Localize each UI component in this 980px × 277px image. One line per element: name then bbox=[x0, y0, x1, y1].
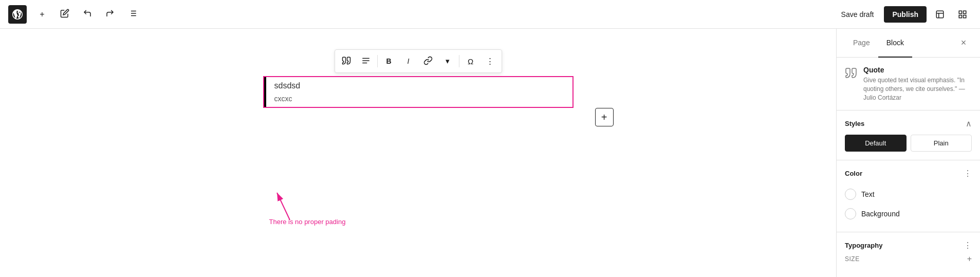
list-icon bbox=[128, 9, 137, 20]
svg-rect-6 bbox=[936, 11, 944, 18]
color-section-header: Color ⋮ bbox=[845, 169, 972, 178]
undo-btn[interactable] bbox=[78, 5, 97, 24]
align-icon bbox=[361, 56, 371, 67]
link-dropdown-btn[interactable]: ▾ bbox=[438, 52, 457, 70]
style-plain-btn[interactable]: Plain bbox=[911, 135, 972, 152]
text-color-option[interactable]: Text bbox=[845, 184, 972, 204]
omega-icon: Ω bbox=[468, 57, 473, 66]
sidebar-close-button[interactable]: × bbox=[955, 35, 972, 51]
align-btn[interactable] bbox=[357, 52, 375, 70]
svg-rect-9 bbox=[964, 15, 966, 17]
right-sidebar: Page Block × Quote Give quoted text visu… bbox=[836, 29, 980, 277]
annotation: There is no proper pading bbox=[274, 190, 316, 223]
settings-button[interactable] bbox=[953, 5, 972, 24]
more-options-btn[interactable]: ⋮ bbox=[481, 52, 500, 70]
typography-more-icon: ⋮ bbox=[964, 241, 972, 250]
styles-section-header: Styles ∧ bbox=[845, 119, 972, 128]
color-section-title: Color bbox=[845, 170, 862, 177]
background-color-circle bbox=[845, 208, 856, 219]
block-type-icon bbox=[845, 67, 857, 82]
pencil-icon bbox=[60, 9, 69, 20]
text-color-label: Text bbox=[861, 190, 875, 198]
link-icon bbox=[423, 56, 433, 67]
style-buttons: Default Plain bbox=[845, 135, 972, 152]
quote-block-container: sdsdsd cxcxc + There is no proper pading bbox=[264, 77, 572, 111]
size-toggle-btn[interactable]: + bbox=[967, 254, 972, 264]
color-more-icon: ⋮ bbox=[964, 169, 972, 178]
special-char-btn[interactable]: Ω bbox=[461, 52, 480, 70]
top-bar-right: Save draft Publish bbox=[835, 5, 972, 24]
italic-btn[interactable]: I bbox=[399, 52, 418, 70]
block-description: Give quoted text visual emphasis. "In qu… bbox=[863, 76, 972, 102]
view-button[interactable] bbox=[931, 5, 949, 24]
block-tab[interactable]: Block bbox=[878, 29, 912, 58]
size-row: SIZE + bbox=[845, 254, 972, 264]
svg-rect-7 bbox=[959, 11, 961, 13]
background-color-option[interactable]: Background bbox=[845, 204, 972, 224]
svg-line-15 bbox=[277, 193, 290, 220]
quote-block[interactable]: sdsdsd cxcxc bbox=[264, 77, 572, 107]
top-toolbar: + Save draft Publish bbox=[0, 0, 980, 29]
styles-section: Styles ∧ Default Plain bbox=[837, 110, 980, 160]
typography-more-btn[interactable]: ⋮ bbox=[964, 241, 972, 250]
quote-text-input[interactable]: sdsdsd bbox=[274, 81, 564, 90]
styles-section-title: Styles bbox=[845, 120, 864, 127]
block-title: Quote bbox=[863, 66, 972, 74]
italic-icon: I bbox=[408, 57, 410, 65]
styles-collapse-btn[interactable]: ∧ bbox=[966, 119, 972, 128]
block-info: Quote Give quoted text visual emphasis. … bbox=[837, 58, 980, 110]
quote-block-icon bbox=[342, 56, 351, 67]
block-formatting-toolbar: B I ▾ Ω ⋮ bbox=[335, 49, 502, 73]
plus-icon: + bbox=[40, 10, 44, 19]
typography-section-header: Typography ⋮ bbox=[845, 241, 972, 250]
wordpress-logo bbox=[8, 5, 27, 24]
publish-button[interactable]: Publish bbox=[884, 6, 927, 23]
list-view-btn[interactable] bbox=[123, 5, 142, 24]
annotation-text: There is no proper pading bbox=[269, 218, 346, 226]
block-info-text: Quote Give quoted text visual emphasis. … bbox=[863, 66, 972, 102]
plus-icon: + bbox=[967, 254, 972, 263]
editor-area: B I ▾ Ω ⋮ sdsdsd bbox=[0, 29, 836, 277]
add-block-button[interactable]: + bbox=[595, 108, 614, 126]
toolbar-divider bbox=[377, 55, 378, 67]
save-draft-button[interactable]: Save draft bbox=[835, 7, 880, 22]
typography-section: Typography ⋮ SIZE + bbox=[837, 232, 980, 272]
color-section: Color ⋮ Text Background bbox=[837, 160, 980, 232]
close-icon: × bbox=[961, 38, 967, 48]
color-more-btn[interactable]: ⋮ bbox=[964, 169, 972, 178]
undo-icon bbox=[83, 9, 92, 20]
main-layout: B I ▾ Ω ⋮ sdsdsd bbox=[0, 29, 980, 277]
more-icon: ⋮ bbox=[486, 57, 494, 66]
redo-btn[interactable] bbox=[101, 5, 119, 24]
chevron-down-icon: ▾ bbox=[446, 57, 450, 66]
bold-btn[interactable]: B bbox=[380, 52, 398, 70]
page-tab[interactable]: Page bbox=[845, 29, 878, 58]
background-color-label: Background bbox=[861, 210, 900, 218]
chevron-up-icon: ∧ bbox=[966, 119, 972, 128]
quote-type-btn[interactable] bbox=[337, 52, 356, 70]
svg-rect-10 bbox=[959, 15, 961, 17]
toolbar-divider-2 bbox=[459, 55, 459, 67]
add-block-toolbar-btn[interactable]: + bbox=[33, 5, 51, 24]
sidebar-tabs: Page Block × bbox=[837, 29, 980, 58]
bold-icon: B bbox=[386, 57, 391, 65]
typography-section-title: Typography bbox=[845, 242, 882, 249]
redo-icon bbox=[105, 9, 115, 20]
quote-citation-input[interactable]: cxcxc bbox=[274, 95, 564, 103]
style-default-btn[interactable]: Default bbox=[845, 135, 907, 152]
edit-mode-btn[interactable] bbox=[56, 5, 74, 24]
annotation-arrow bbox=[274, 190, 316, 221]
text-color-circle bbox=[845, 189, 856, 200]
svg-rect-8 bbox=[964, 11, 966, 13]
size-label: SIZE bbox=[845, 255, 860, 263]
link-btn[interactable] bbox=[419, 52, 437, 70]
add-block-plus-icon: + bbox=[601, 112, 607, 123]
